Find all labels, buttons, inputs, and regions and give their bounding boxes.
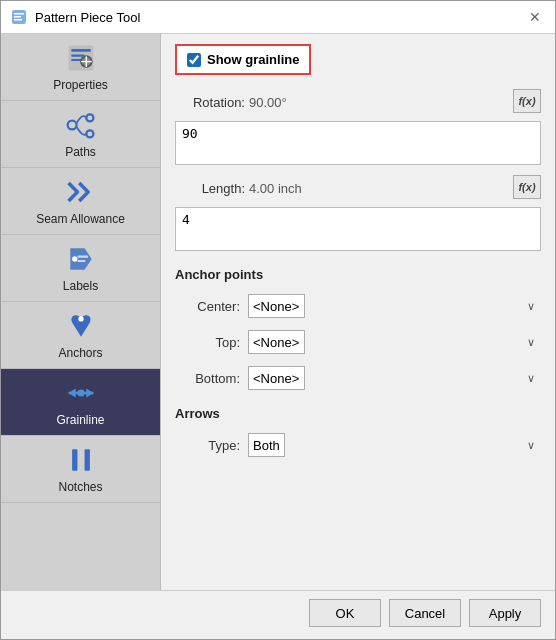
labels-icon: [65, 243, 97, 275]
sidebar-item-grainline[interactable]: Grainline: [1, 369, 160, 436]
svg-point-18: [78, 316, 83, 321]
sidebar-item-seam-allowance[interactable]: Seam Allowance: [1, 168, 160, 235]
notches-icon: [65, 444, 97, 476]
window-title: Pattern Piece Tool: [35, 10, 517, 25]
length-label: Length:: [175, 179, 245, 196]
title-bar-icon: [11, 9, 27, 25]
svg-point-12: [67, 121, 76, 130]
svg-rect-17: [77, 260, 85, 262]
rotation-input[interactable]: [175, 121, 541, 165]
main-content: Properties Paths Seam Allow: [1, 34, 555, 590]
sidebar-label-seam-allowance: Seam Allowance: [36, 212, 125, 226]
svg-rect-6: [71, 54, 84, 56]
svg-point-15: [72, 256, 77, 261]
bottom-dropdown-wrapper: <None>: [248, 366, 541, 390]
anchor-points-heading: Anchor points: [175, 267, 541, 282]
svg-marker-21: [68, 389, 75, 398]
sidebar-label-labels: Labels: [63, 279, 98, 293]
svg-rect-1: [14, 13, 24, 15]
length-row: Length: 4.00 inch f(x): [175, 175, 541, 199]
length-left: Length: 4.00 inch: [175, 179, 302, 196]
bottom-row: Bottom: <None>: [175, 366, 541, 390]
grainline-icon: [65, 377, 97, 409]
ok-button[interactable]: OK: [309, 599, 381, 627]
sidebar-item-properties[interactable]: Properties: [1, 34, 160, 101]
center-select[interactable]: <None>: [248, 294, 305, 318]
sidebar-label-paths: Paths: [65, 145, 96, 159]
bottom-bar: OK Cancel Apply: [1, 590, 555, 639]
svg-point-14: [86, 130, 93, 137]
cancel-button[interactable]: Cancel: [389, 599, 461, 627]
top-label: Top:: [175, 335, 240, 350]
pattern-piece-tool-window: Pattern Piece Tool ✕ Properties: [0, 0, 556, 640]
sidebar-item-anchors[interactable]: Anchors: [1, 302, 160, 369]
rotation-label: Rotation:: [175, 93, 245, 110]
rotation-row: Rotation: 90.00° f(x): [175, 89, 541, 113]
bottom-label: Bottom:: [175, 371, 240, 386]
type-dropdown-wrapper: Both: [248, 433, 541, 457]
right-panel: Show grainline Rotation: 90.00° f(x) Len…: [161, 34, 555, 590]
sidebar-item-paths[interactable]: Paths: [1, 101, 160, 168]
sidebar-label-properties: Properties: [53, 78, 108, 92]
paths-icon: [65, 109, 97, 141]
svg-rect-2: [14, 16, 21, 18]
center-dropdown-wrapper: <None>: [248, 294, 541, 318]
show-grainline-row: Show grainline: [175, 44, 311, 75]
top-select[interactable]: <None>: [248, 330, 305, 354]
rotation-value: 90.00°: [249, 93, 287, 110]
svg-rect-3: [14, 19, 22, 21]
length-input[interactable]: [175, 207, 541, 251]
svg-marker-22: [86, 389, 93, 398]
type-label: Type:: [175, 438, 240, 453]
svg-rect-24: [84, 449, 89, 470]
length-formula-button[interactable]: f(x): [513, 175, 541, 199]
sidebar: Properties Paths Seam Allow: [1, 34, 161, 590]
svg-point-20: [77, 389, 84, 396]
anchors-icon: [65, 310, 97, 342]
rotation-left: Rotation: 90.00°: [175, 93, 287, 110]
bottom-select[interactable]: <None>: [248, 366, 305, 390]
show-grainline-checkbox[interactable]: [187, 53, 201, 67]
type-row: Type: Both: [175, 433, 541, 457]
apply-button[interactable]: Apply: [469, 599, 541, 627]
svg-rect-5: [71, 49, 91, 52]
center-label: Center:: [175, 299, 240, 314]
show-grainline-label[interactable]: Show grainline: [207, 52, 299, 67]
sidebar-label-anchors: Anchors: [58, 346, 102, 360]
svg-point-13: [86, 114, 93, 121]
center-row: Center: <None>: [175, 294, 541, 318]
top-row: Top: <None>: [175, 330, 541, 354]
sidebar-label-grainline: Grainline: [56, 413, 104, 427]
sidebar-item-labels[interactable]: Labels: [1, 235, 160, 302]
type-select[interactable]: Both: [248, 433, 285, 457]
sidebar-item-notches[interactable]: Notches: [1, 436, 160, 503]
sidebar-label-notches: Notches: [58, 480, 102, 494]
seam-allowance-icon: [65, 176, 97, 208]
rotation-formula-button[interactable]: f(x): [513, 89, 541, 113]
title-bar: Pattern Piece Tool ✕: [1, 1, 555, 34]
svg-rect-16: [77, 255, 88, 257]
length-value: 4.00 inch: [249, 179, 302, 196]
svg-rect-23: [72, 449, 77, 470]
properties-icon: [65, 42, 97, 74]
arrows-heading: Arrows: [175, 406, 541, 421]
top-dropdown-wrapper: <None>: [248, 330, 541, 354]
close-button[interactable]: ✕: [525, 7, 545, 27]
